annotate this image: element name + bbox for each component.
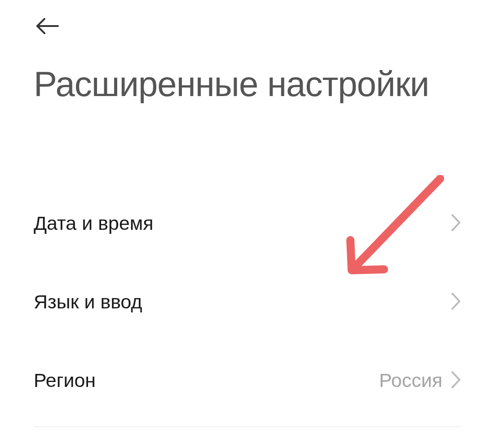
setting-right: Россия xyxy=(379,369,461,391)
setting-label: Регион xyxy=(34,369,96,391)
setting-item-language-input[interactable]: Язык и ввод xyxy=(34,263,461,341)
setting-right xyxy=(450,213,461,234)
page-title: Расширенные настройки xyxy=(34,63,429,106)
arrow-left-icon xyxy=(35,17,60,37)
divider xyxy=(34,426,461,427)
chevron-right-icon xyxy=(450,213,461,234)
chevron-right-icon xyxy=(450,370,461,391)
setting-label: Язык и ввод xyxy=(34,291,142,313)
setting-value: Россия xyxy=(379,369,442,391)
setting-label: Дата и время xyxy=(34,212,154,234)
setting-item-date-time[interactable]: Дата и время xyxy=(34,184,461,263)
back-button[interactable] xyxy=(34,13,61,40)
settings-list: Дата и время Язык и ввод Регион Россия xyxy=(34,184,461,427)
setting-right xyxy=(450,292,461,312)
setting-item-region[interactable]: Регион Россия xyxy=(34,341,461,420)
chevron-right-icon xyxy=(450,292,461,312)
